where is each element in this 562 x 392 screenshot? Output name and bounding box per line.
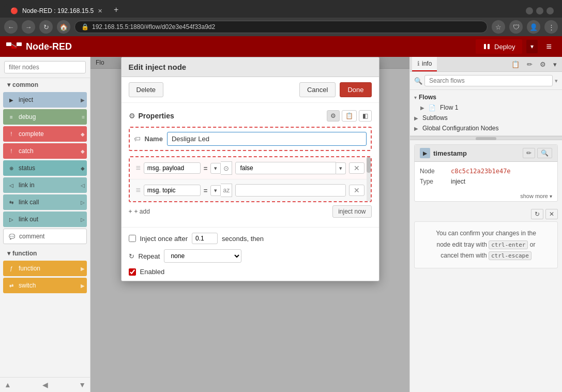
flows-tree-label: Flows bbox=[419, 94, 436, 101]
search-flows-dropdown[interactable]: ▾ bbox=[555, 78, 558, 84]
node-item-switch[interactable]: ⇄ switch ▶ bbox=[3, 278, 87, 293]
inject-seconds-input[interactable] bbox=[192, 233, 218, 244]
profile-btn[interactable]: 👤 bbox=[527, 20, 540, 34]
inject-once-checkbox[interactable] bbox=[129, 235, 136, 242]
shield-btn[interactable]: 🛡 bbox=[509, 20, 523, 34]
node-item-comment[interactable]: 💬 comment bbox=[3, 229, 87, 244]
info-tab[interactable]: ℹ info bbox=[412, 57, 437, 71]
enabled-checkbox[interactable] bbox=[129, 268, 136, 276]
topic-row: ≡ = ▾ az ✕ bbox=[130, 179, 371, 201]
right-panel: ℹ info 📋 ✏ ⚙ ▾ 🔍 ▾ ▾ Fl bbox=[409, 57, 562, 392]
search-flows-input[interactable] bbox=[424, 75, 553, 86]
tab-title: Node-RED : 192.168.15.5 bbox=[22, 7, 94, 14]
info-refresh-btn[interactable]: ↻ bbox=[531, 209, 543, 219]
forward-btn[interactable]: → bbox=[22, 20, 35, 34]
info-copy-btn[interactable]: 📋 bbox=[508, 58, 523, 70]
complete-node-arrow: ◆ bbox=[81, 131, 85, 137]
done-button[interactable]: Done bbox=[340, 82, 371, 97]
filter-nodes-input[interactable] bbox=[4, 61, 86, 73]
section-header-common[interactable]: ▾ common bbox=[3, 79, 87, 91]
function-node-icon: ƒ bbox=[7, 266, 16, 272]
deploy-dropdown-btn[interactable]: ▾ bbox=[526, 40, 538, 53]
node-item-complete[interactable]: ! complete ◆ bbox=[3, 126, 87, 142]
payload-value-input[interactable] bbox=[235, 162, 336, 174]
payload-type-selector: ▾ ⊙ bbox=[210, 161, 232, 175]
payload-field-input[interactable] bbox=[144, 162, 201, 174]
deploy-icon bbox=[483, 42, 491, 51]
browser-menu-btn[interactable]: ⋮ bbox=[544, 20, 558, 34]
node-label-comment: comment bbox=[19, 233, 44, 240]
sidebar-scroll-up-btn[interactable]: ▲ bbox=[2, 380, 13, 390]
topic-type-dropdown-btn[interactable]: ▾ bbox=[210, 185, 221, 196]
delete-button[interactable]: Delete bbox=[129, 82, 164, 97]
prop-tab-settings-btn[interactable]: ⚙ bbox=[327, 110, 340, 122]
sidebar-scroll-down-btn[interactable]: ▼ bbox=[77, 380, 88, 390]
node-item-link-out[interactable]: ▷ link out ▷ bbox=[3, 212, 87, 227]
name-input[interactable] bbox=[167, 132, 367, 146]
info-settings-btn[interactable]: ⚙ bbox=[537, 58, 549, 70]
tab-close-btn[interactable]: ✕ bbox=[98, 8, 102, 14]
flow1-tree-item[interactable]: ▶ 📄 Flow 1 bbox=[410, 102, 562, 113]
node-label-link-call: link call bbox=[19, 199, 39, 206]
refresh-btn[interactable]: ↻ bbox=[39, 20, 53, 34]
global-config-label: Global Configuration Nodes bbox=[422, 125, 498, 132]
node-item-link-call[interactable]: ⇆ link call ▷ bbox=[3, 194, 87, 210]
home-btn[interactable]: 🏠 bbox=[57, 20, 70, 34]
back-btn[interactable]: ← bbox=[4, 20, 18, 34]
window-maximize-btn[interactable] bbox=[536, 7, 543, 14]
topic-drag-handle[interactable]: ≡ bbox=[136, 186, 141, 195]
payload-drag-handle[interactable]: ≡ bbox=[136, 163, 141, 173]
window-minimize-btn[interactable] bbox=[526, 7, 533, 14]
deploy-button[interactable]: Deploy bbox=[476, 39, 522, 54]
node-item-catch[interactable]: ! catch ◆ bbox=[3, 143, 87, 159]
window-close-btn[interactable] bbox=[546, 7, 554, 14]
payload-section: ≡ = ▾ ⊙ ▾ bbox=[129, 156, 372, 202]
payload-remove-btn[interactable]: ✕ bbox=[349, 162, 364, 174]
node-item-inject[interactable]: ▶ inject ▶ bbox=[3, 92, 87, 108]
properties-gear-icon: ⚙ bbox=[129, 112, 135, 120]
bookmark-btn[interactable]: ☆ bbox=[492, 20, 505, 34]
topic-value-input[interactable] bbox=[235, 184, 345, 197]
prop-tab-appearance-btn[interactable]: ◧ bbox=[359, 110, 372, 122]
info-dropdown-btn[interactable]: ▾ bbox=[550, 58, 560, 70]
node-label-status: status bbox=[19, 164, 35, 172]
node-item-link-in[interactable]: ◁ link in ◁ bbox=[3, 177, 87, 193]
repeat-select[interactable]: none bbox=[164, 249, 241, 263]
node-item-function[interactable]: ƒ function ▶ bbox=[3, 261, 87, 276]
topic-remove-btn[interactable]: ✕ bbox=[349, 185, 364, 196]
browser-tab[interactable]: 🔴 Node-RED : 192.168.15.5 ✕ bbox=[4, 4, 109, 18]
info-edit-btn[interactable]: ✏ bbox=[524, 58, 536, 70]
browser-tab-bar: 🔴 Node-RED : 192.168.15.5 ✕ + bbox=[0, 0, 562, 18]
flows-tree-item[interactable]: ▾ Flows bbox=[410, 92, 562, 102]
info-message-text-4: cancel them with bbox=[441, 252, 487, 259]
info-tabs: ℹ info 📋 ✏ ⚙ ▾ bbox=[410, 57, 562, 72]
show-more-row[interactable]: show more ▾ bbox=[415, 191, 557, 201]
repeat-label: Repeat bbox=[139, 252, 160, 260]
info-close-btn[interactable]: ✕ bbox=[545, 209, 558, 219]
node-detail-find-btn[interactable]: 🔍 bbox=[537, 148, 552, 158]
topic-field-input[interactable] bbox=[144, 185, 201, 196]
payload-type-dropdown-btn[interactable]: ▾ bbox=[210, 163, 221, 174]
link-in-node-icon: ◁ bbox=[7, 183, 16, 188]
enabled-label: Enabled bbox=[140, 268, 165, 276]
node-name-label: timestamp bbox=[433, 149, 467, 157]
add-button[interactable]: + + add bbox=[129, 206, 150, 217]
section-label-common: common bbox=[12, 81, 38, 88]
node-label-link-out: link out bbox=[19, 216, 38, 223]
global-config-tree-item[interactable]: ▶ Global Configuration Nodes bbox=[410, 123, 562, 133]
subflows-tree-item[interactable]: ▶ Subflows bbox=[410, 113, 562, 123]
new-tab-btn[interactable]: + bbox=[109, 2, 124, 18]
section-header-function[interactable]: ▾ function bbox=[3, 248, 87, 259]
inject-now-button[interactable]: inject now bbox=[332, 205, 371, 218]
address-bar[interactable]: 🔒 192.168.15.5:1880/#flow/d02e3e454f33a9… bbox=[74, 21, 488, 33]
node-detail-edit-btn[interactable]: ✏ bbox=[523, 148, 535, 158]
app-header: Node-RED Deploy ▾ ≡ bbox=[0, 36, 562, 57]
prop-tab-description-btn[interactable]: 📋 bbox=[342, 110, 357, 122]
payload-value-dropdown-btn[interactable]: ▾ bbox=[336, 162, 346, 174]
app-menu-btn[interactable]: ≡ bbox=[542, 39, 556, 54]
section-label-function: function bbox=[12, 250, 37, 257]
cancel-button[interactable]: Cancel bbox=[299, 82, 336, 97]
node-item-status[interactable]: ⊕ status ◆ bbox=[3, 160, 87, 176]
node-item-debug[interactable]: ≡ debug ≡ bbox=[3, 109, 87, 125]
sidebar-collapse-btn[interactable]: ◀ bbox=[40, 380, 50, 390]
